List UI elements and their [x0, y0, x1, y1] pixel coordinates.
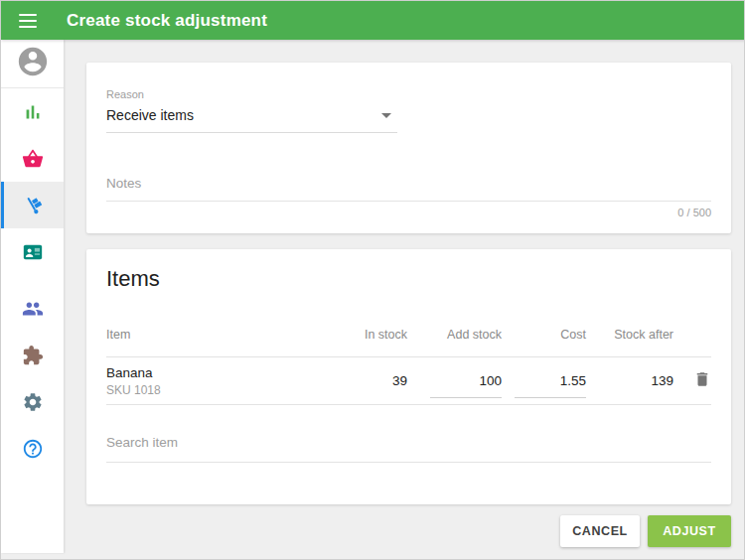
item-stock-after: 139 [586, 373, 673, 388]
sidebar-item-employees[interactable] [1, 285, 64, 332]
col-header-in-stock: In stock [316, 328, 407, 342]
sidebar-item-account[interactable] [1, 40, 64, 88]
gear-icon [22, 391, 44, 413]
sidebar-item-reports[interactable] [1, 88, 64, 135]
hand-truck-icon [22, 195, 44, 216]
sidebar-item-help[interactable] [1, 425, 64, 472]
hamburger-menu-icon[interactable] [19, 14, 37, 28]
adjust-button[interactable]: ADJUST [648, 515, 731, 547]
reason-selected-value: Receive items [106, 107, 194, 123]
item-name: Banana [106, 365, 316, 380]
sidebar-item-inventory[interactable] [1, 182, 64, 228]
items-card: Items Item In stock Add stock Cost Stock… [86, 249, 731, 504]
bar-chart-icon [22, 101, 44, 123]
sidebar-item-settings[interactable] [1, 378, 64, 425]
people-icon [22, 298, 44, 320]
puzzle-piece-icon [22, 345, 44, 366]
help-circle-icon [22, 438, 44, 460]
reason-select[interactable]: Reason Receive items [106, 88, 397, 133]
page-title: Create stock adjustment [67, 11, 267, 31]
col-header-item: Item [106, 328, 316, 342]
notes-char-counter: 0 / 500 [106, 207, 711, 218]
reason-label: Reason [106, 88, 397, 100]
items-table-header: Item In stock Add stock Cost Stock after [106, 313, 711, 357]
add-stock-input[interactable]: 100 [430, 373, 502, 388]
search-item-input[interactable] [106, 431, 711, 463]
sidebar-divider-gap [1, 275, 64, 285]
search-item-field-wrap [106, 431, 711, 463]
notes-input[interactable] [106, 172, 711, 202]
col-header-cost: Cost [502, 328, 586, 342]
account-avatar-icon [16, 45, 50, 82]
col-header-add-stock: Add stock [407, 328, 502, 342]
sidebar-item-apps[interactable] [1, 332, 64, 378]
items-table: Item In stock Add stock Cost Stock after… [106, 313, 711, 405]
notes-field-wrap: 0 / 500 [106, 172, 711, 218]
delete-row-button[interactable] [693, 370, 711, 391]
cancel-button[interactable]: CANCEL [560, 515, 640, 547]
contact-card-icon [22, 241, 44, 263]
app-header: Create stock adjustment [1, 1, 745, 40]
sidebar-item-items[interactable] [1, 135, 64, 182]
item-in-stock: 39 [316, 373, 407, 388]
trash-icon [693, 370, 711, 391]
item-sku: SKU 1018 [106, 383, 316, 397]
col-header-stock-after: Stock after [586, 328, 673, 342]
items-section-title: Items [106, 266, 160, 292]
adjustment-form-card: Reason Receive items 0 / 500 [86, 63, 731, 233]
sidebar [1, 40, 64, 553]
table-row: Banana SKU 1018 39 100 1.55 139 [106, 357, 711, 405]
sidebar-item-customers[interactable] [1, 228, 64, 275]
chevron-down-icon [381, 113, 391, 118]
shopping-basket-icon [22, 148, 44, 170]
cost-input[interactable]: 1.55 [515, 373, 586, 388]
